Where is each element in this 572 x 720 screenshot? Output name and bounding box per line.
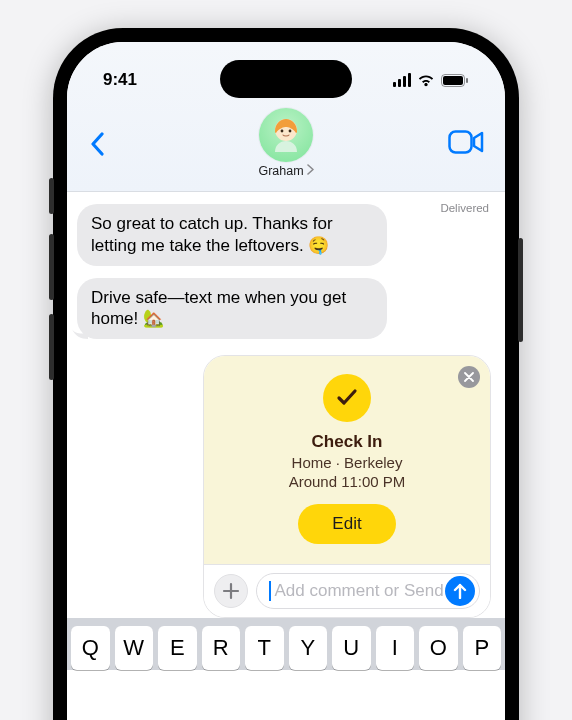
key-y[interactable]: Y xyxy=(289,626,328,670)
key-i[interactable]: I xyxy=(376,626,415,670)
svg-point-5 xyxy=(281,130,284,133)
side-button-power xyxy=(518,238,523,342)
status-indicators xyxy=(393,73,470,87)
status-time: 9:41 xyxy=(103,70,137,90)
add-attachment-button[interactable] xyxy=(214,574,248,608)
key-p[interactable]: P xyxy=(463,626,502,670)
key-t[interactable]: T xyxy=(245,626,284,670)
key-e[interactable]: E xyxy=(158,626,197,670)
dynamic-island xyxy=(220,60,352,98)
message-text: So great to catch up. Thanks for letting… xyxy=(91,214,333,255)
contact-block[interactable]: Graham xyxy=(67,108,505,178)
message-bubble[interactable]: So great to catch up. Thanks for letting… xyxy=(77,204,387,266)
attachment-compose-bar: Add comment or Send xyxy=(204,564,490,617)
message-thread[interactable]: Delivered So great to catch up. Thanks f… xyxy=(67,204,505,618)
cellular-icon xyxy=(393,73,412,87)
svg-rect-3 xyxy=(450,132,472,153)
key-u[interactable]: U xyxy=(332,626,371,670)
checkin-subtitle-1: Home · Berkeley xyxy=(218,454,476,471)
compose-input[interactable]: Add comment or Send xyxy=(256,573,480,609)
battery-icon xyxy=(441,74,469,87)
key-q[interactable]: Q xyxy=(71,626,110,670)
compose-placeholder: Add comment or Send xyxy=(275,581,446,601)
contact-name: Graham xyxy=(258,164,303,178)
wifi-icon xyxy=(417,74,435,87)
back-button[interactable] xyxy=(81,128,113,160)
edit-button-label: Edit xyxy=(332,514,361,533)
bubble-tail xyxy=(72,323,88,339)
contact-name-row[interactable]: Graham xyxy=(258,164,313,178)
checkin-title: Check In xyxy=(218,432,476,452)
facetime-button[interactable] xyxy=(445,124,487,160)
message-text: Drive safe—text me when you get home! 🏡 xyxy=(91,288,346,329)
checkin-subtitle-2: Around 11:00 PM xyxy=(218,473,476,490)
close-button[interactable] xyxy=(458,366,480,388)
keyboard-row: Q W E R T Y U I O P xyxy=(71,626,501,670)
phone-frame: 9:41 xyxy=(53,28,519,720)
svg-rect-1 xyxy=(443,76,463,85)
svg-rect-2 xyxy=(466,78,468,83)
side-button-vol-down xyxy=(49,314,54,380)
screen: 9:41 xyxy=(67,42,505,720)
checkmark-badge-icon xyxy=(323,374,371,422)
svg-point-6 xyxy=(289,130,292,133)
delivered-label: Delivered xyxy=(440,202,489,214)
message-bubble[interactable]: Drive safe—text me when you get home! 🏡 xyxy=(77,278,387,340)
text-caret xyxy=(269,581,271,601)
side-button-silent xyxy=(49,178,54,214)
avatar xyxy=(259,108,313,162)
side-button-vol-up xyxy=(49,234,54,300)
key-w[interactable]: W xyxy=(115,626,154,670)
key-r[interactable]: R xyxy=(202,626,241,670)
keyboard[interactable]: Q W E R T Y U I O P xyxy=(67,618,505,670)
checkin-card-body: Check In Home · Berkeley Around 11:00 PM… xyxy=(204,356,490,564)
key-o[interactable]: O xyxy=(419,626,458,670)
message-row: Drive safe—text me when you get home! 🏡 xyxy=(77,278,495,340)
attachment-row: Check In Home · Berkeley Around 11:00 PM… xyxy=(77,355,495,618)
chevron-right-icon xyxy=(307,164,314,178)
send-button[interactable] xyxy=(445,576,475,606)
edit-button[interactable]: Edit xyxy=(298,504,395,544)
message-row: So great to catch up. Thanks for letting… xyxy=(77,204,495,266)
checkin-card: Check In Home · Berkeley Around 11:00 PM… xyxy=(203,355,491,618)
